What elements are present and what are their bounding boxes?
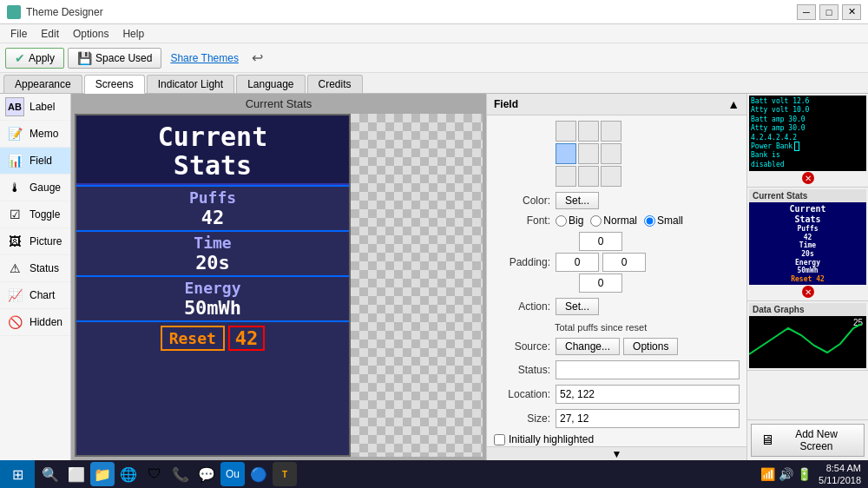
menu-options[interactable]: Options <box>66 26 115 42</box>
field-panel-title: Field <box>494 98 518 110</box>
chart-icon: 📈 <box>5 286 24 305</box>
alignment-container <box>556 121 621 187</box>
initially-highlighted-checkbox[interactable] <box>494 434 505 445</box>
app-icon <box>7 5 21 19</box>
font-small-radio[interactable] <box>644 215 655 227</box>
source-buttons: Change... Options <box>556 338 678 355</box>
taskbar-outlook-icon[interactable]: Ou <box>220 462 245 486</box>
font-normal-radio[interactable] <box>590 215 602 227</box>
padding-top-input[interactable] <box>579 232 622 251</box>
main-content: AB Label 📝 Memo 📊 Field 🌡 Gauge ☑ Toggle… <box>0 94 868 460</box>
tool-field[interactable]: 📊 Field <box>0 148 70 175</box>
mini-screen-info: Batt volt 12.6 Atty volt 10.0 Batt amp 3… <box>749 96 866 171</box>
menu-edit[interactable]: Edit <box>34 26 66 42</box>
tool-label[interactable]: AB Label <box>0 94 70 121</box>
delete-section1-button[interactable]: ✕ <box>802 172 814 184</box>
alignment-row <box>494 121 740 187</box>
location-label: Location: <box>494 388 550 400</box>
taskbar-phone-icon[interactable]: 📞 <box>168 462 193 486</box>
align-mid-left[interactable] <box>556 143 576 164</box>
field-scroll-down[interactable]: ▼ <box>487 446 746 460</box>
screen-header: Current Stats <box>76 115 349 185</box>
taskbar-explorer-icon[interactable]: 📁 <box>90 462 115 486</box>
padding-left-input[interactable] <box>556 253 599 272</box>
taskbar-theme-icon[interactable]: T <box>273 462 297 486</box>
start-button[interactable]: ⊞ <box>0 460 35 488</box>
delete-section2-button[interactable]: ✕ <box>802 286 814 298</box>
color-set-button[interactable]: Set... <box>556 192 599 209</box>
align-bot-left[interactable] <box>556 166 576 187</box>
taskbar-chrome-icon[interactable]: 🌐 <box>116 462 141 486</box>
label-icon: AB <box>5 97 24 116</box>
action-set-button[interactable]: Set... <box>556 298 599 315</box>
tool-toggle-text: Toggle <box>30 208 60 221</box>
tool-memo[interactable]: 📝 Memo <box>0 121 70 148</box>
tool-memo-text: Memo <box>30 128 58 140</box>
maximize-button[interactable]: □ <box>819 4 838 20</box>
volume-icon[interactable]: 🔊 <box>779 467 793 481</box>
source-options-button[interactable]: Options <box>623 338 678 355</box>
location-input[interactable] <box>556 385 740 404</box>
align-top-right[interactable] <box>601 121 621 142</box>
undo-button[interactable]: ↩ <box>247 48 268 69</box>
source-change-button[interactable]: Change... <box>556 338 620 355</box>
size-label: Size: <box>494 412 550 425</box>
padding-row: Padding: <box>494 232 740 293</box>
network-icon[interactable]: 📶 <box>760 467 775 481</box>
tool-chart[interactable]: 📈 Chart <box>0 282 70 309</box>
align-bot-center[interactable] <box>578 166 599 187</box>
memo-icon: 📝 <box>5 124 24 143</box>
taskbar-task-icon[interactable]: ⬜ <box>64 462 89 486</box>
hidden-icon: 🚫 <box>5 313 24 332</box>
screen-reset-value: 42 <box>228 326 266 351</box>
right-section-info: Batt volt 12.6 Atty volt 10.0 Batt amp 3… <box>747 94 868 188</box>
space-used-button[interactable]: 💾 Space Used <box>68 48 161 69</box>
padding-lr-row <box>556 253 646 272</box>
menu-help[interactable]: Help <box>115 26 151 42</box>
font-small-label[interactable]: Small <box>644 214 683 227</box>
tab-language[interactable]: Language <box>236 75 305 93</box>
minimize-button[interactable]: ─ <box>797 4 816 20</box>
menu-file[interactable]: File <box>3 26 34 42</box>
apply-button[interactable]: ✔ Apply <box>5 48 64 69</box>
tabs-bar: Appearance Screens Indicator Light Langu… <box>0 73 868 94</box>
font-normal-label[interactable]: Normal <box>590 214 637 227</box>
canvas-screen[interactable]: Current Stats Puffs 42 Time 20s Energy 5… <box>75 114 351 457</box>
size-row: Size: <box>494 409 740 428</box>
tool-hidden[interactable]: 🚫 Hidden <box>0 309 70 336</box>
status-input[interactable] <box>556 360 740 379</box>
taskbar-edge-icon[interactable]: 🔵 <box>247 462 271 486</box>
add-new-screen-button[interactable]: 🖥 Add New Screen <box>751 424 865 457</box>
tab-screens[interactable]: Screens <box>84 75 145 94</box>
tab-indicator-light[interactable]: Indicator Light <box>147 75 234 93</box>
tool-gauge[interactable]: 🌡 Gauge <box>0 175 70 201</box>
battery-icon[interactable]: 🔋 <box>797 467 812 481</box>
share-themes-link[interactable]: Share Themes <box>165 49 244 67</box>
align-mid-center[interactable] <box>578 143 599 164</box>
size-input[interactable] <box>556 409 740 428</box>
padding-bottom-input[interactable] <box>579 274 622 293</box>
align-top-center[interactable] <box>578 121 599 142</box>
padding-right-input[interactable] <box>602 253 646 272</box>
tab-credits[interactable]: Credits <box>307 75 363 93</box>
time-display: 8:54 AM <box>819 462 861 474</box>
tab-appearance[interactable]: Appearance <box>3 75 82 93</box>
align-mid-right[interactable] <box>601 143 621 164</box>
action-label: Action: <box>494 300 550 313</box>
screen-time-value: 20s <box>195 252 230 274</box>
taskbar-search-icon[interactable]: 🔍 <box>38 462 62 486</box>
screen-energy-value: 50mWh <box>184 297 241 319</box>
align-bot-right[interactable] <box>601 166 621 187</box>
tool-status[interactable]: ⚠ Status <box>0 255 70 282</box>
memory-icon: 💾 <box>77 51 92 65</box>
tool-picture[interactable]: 🖼 Picture <box>0 228 70 255</box>
font-big-label[interactable]: Big <box>556 214 583 227</box>
font-big-radio[interactable] <box>556 215 567 227</box>
tool-toggle[interactable]: ☑ Toggle <box>0 201 70 228</box>
close-button[interactable]: ✕ <box>842 4 861 20</box>
align-top-left[interactable] <box>556 121 576 142</box>
padding-label: Padding: <box>494 256 550 268</box>
field-scroll-up[interactable]: ▲ <box>727 97 740 111</box>
taskbar-vpn-icon[interactable]: 🛡 <box>142 462 167 486</box>
taskbar-wechat-icon[interactable]: 💬 <box>194 462 219 486</box>
